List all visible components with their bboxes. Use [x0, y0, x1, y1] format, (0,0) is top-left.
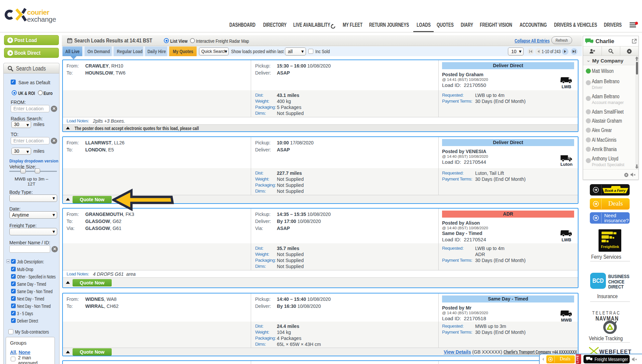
svg-text:courier: courier [27, 8, 49, 16]
svg-text:Book a Ferry: Book a Ferry [605, 189, 626, 193]
svg-text:exchange: exchange [27, 15, 56, 23]
svg-text:LIVE: LIVE [576, 355, 579, 363]
